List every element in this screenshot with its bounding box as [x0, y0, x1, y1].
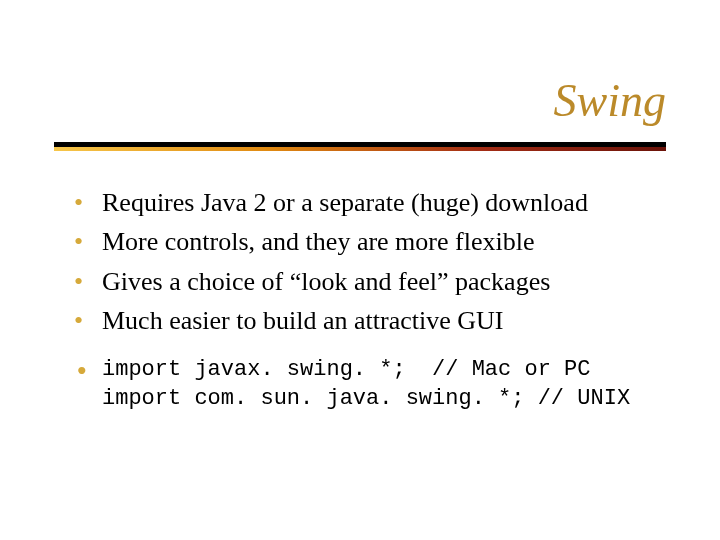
slide: Swing Requires Java 2 or a separate (hug… — [0, 0, 720, 540]
slide-body: Requires Java 2 or a separate (huge) dow… — [72, 186, 662, 419]
bullet-item: Requires Java 2 or a separate (huge) dow… — [72, 186, 662, 219]
title-divider — [54, 142, 666, 151]
code-list: import javax. swing. *; // Mac or PC imp… — [72, 355, 662, 413]
bullet-item: Much easier to build an attractive GUI — [72, 304, 662, 337]
slide-title: Swing — [554, 74, 666, 127]
code-bullet-item: import javax. swing. *; // Mac or PC imp… — [72, 355, 662, 413]
bullet-item: Gives a choice of “look and feel” packag… — [72, 265, 662, 298]
code-line: import com. sun. java. swing. *; // UNIX — [102, 386, 630, 411]
divider-gradient-bar — [54, 147, 666, 151]
code-line: import javax. swing. *; // Mac or PC — [102, 357, 590, 382]
bullet-item: More controls, and they are more flexibl… — [72, 225, 662, 258]
bullet-list: Requires Java 2 or a separate (huge) dow… — [72, 186, 662, 337]
